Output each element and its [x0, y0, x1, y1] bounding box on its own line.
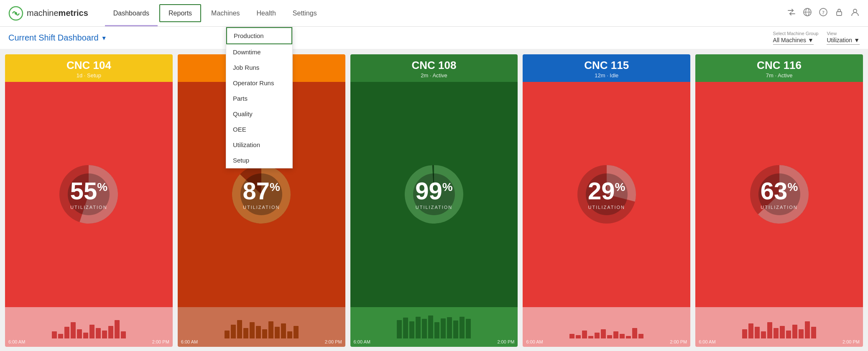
help-icon[interactable]: ?	[819, 8, 828, 19]
bar	[102, 331, 107, 338]
bar	[774, 328, 779, 338]
bar	[601, 329, 606, 338]
view-arrow: ▼	[854, 37, 860, 43]
header-right: ?	[787, 8, 860, 19]
bar	[569, 334, 574, 338]
dropdown-item-setup[interactable]: Setup	[226, 153, 292, 168]
bar	[89, 325, 94, 338]
machine-card-cnc104[interactable]: CNC 104 1d · Setup 55% UTILIZATION	[5, 54, 173, 347]
logo-text: machinemetrics	[27, 8, 88, 18]
utilization-number-cnc115: 29%	[588, 179, 625, 203]
bar	[588, 336, 593, 338]
view-select: View Utilization ▼	[827, 31, 860, 45]
bar	[275, 327, 280, 338]
machine-card-cnc116[interactable]: CNC 116 7m · Active 63% UTILIZATION	[695, 54, 863, 347]
tab-settings[interactable]: Settings	[284, 0, 325, 26]
bar	[447, 317, 452, 338]
utilization-number-cnc105: 87%	[243, 179, 280, 203]
subheader: Current Shift Dashboard ▼ Select Machine…	[0, 27, 868, 49]
bar	[397, 320, 402, 338]
bar	[64, 327, 69, 338]
utilization-overlay-cnc115: 29% UTILIZATION	[588, 179, 625, 210]
dropdown-item-downtime[interactable]: Downtime	[226, 44, 292, 60]
bar	[287, 331, 292, 338]
globe-icon[interactable]	[803, 8, 812, 19]
tab-reports[interactable]: Reports	[159, 4, 201, 22]
time-end-cnc104: 2:00 PM	[152, 339, 169, 344]
machine-name-cnc116: CNC 116	[700, 59, 859, 71]
utilization-overlay-cnc105: 87% UTILIZATION	[243, 179, 280, 210]
bar	[460, 317, 465, 338]
svg-rect-7	[837, 12, 842, 15]
dashboard-dropdown-arrow: ▼	[101, 35, 107, 41]
card-chart-cnc105	[178, 307, 345, 338]
machine-card-cnc108[interactable]: CNC 108 2m · Active 99% UTILIZATION	[350, 54, 518, 347]
bar	[403, 318, 408, 338]
dashboard-title[interactable]: Current Shift Dashboard ▼	[8, 33, 107, 43]
pie-chart-cnc108: 99% UTILIZATION	[398, 159, 470, 230]
bar	[576, 335, 581, 338]
time-start-cnc105: 6:00 AM	[181, 339, 198, 344]
machine-name-cnc108: CNC 108	[355, 59, 514, 71]
view-control[interactable]: Utilization ▼	[827, 37, 860, 45]
machine-group-control[interactable]: All Machines ▼	[773, 37, 814, 45]
machine-card-cnc115[interactable]: CNC 115 12m · Idle 29% UTILIZATION	[523, 54, 690, 347]
tab-machines[interactable]: Machines	[203, 0, 248, 26]
dropdown-item-quality[interactable]: Quality	[226, 106, 292, 122]
bar	[453, 320, 458, 338]
bar	[237, 320, 242, 338]
tab-dashboards[interactable]: Dashboards	[105, 0, 158, 26]
bar	[792, 325, 797, 338]
time-start-cnc115: 6:00 AM	[526, 339, 543, 344]
card-body-cnc104: 55% UTILIZATION	[5, 82, 173, 307]
bar	[441, 318, 446, 338]
svg-text:?: ?	[822, 10, 825, 15]
logo-area: machinemetrics	[8, 6, 88, 21]
svg-point-8	[853, 9, 857, 13]
utilization-number-cnc116: 63%	[761, 179, 798, 203]
shuffle-icon[interactable]	[787, 8, 796, 19]
bar	[632, 328, 637, 338]
card-chart-cnc104	[5, 307, 173, 338]
machine-status-cnc104: 1d · Setup	[9, 72, 168, 79]
bar	[281, 323, 286, 338]
dropdown-item-oee[interactable]: OEE	[226, 122, 292, 137]
user-icon[interactable]	[850, 8, 860, 19]
utilization-label-cnc115: UTILIZATION	[588, 205, 625, 210]
time-start-cnc104: 6:00 AM	[8, 339, 25, 344]
bar	[805, 321, 810, 338]
bar	[620, 334, 625, 338]
bar	[422, 319, 427, 338]
machine-name-cnc104: CNC 104	[9, 59, 168, 71]
dropdown-item-job-runs[interactable]: Job Runs	[226, 60, 292, 75]
bar	[52, 331, 57, 338]
lock-icon[interactable]	[835, 8, 844, 19]
bar	[434, 322, 439, 338]
utilization-overlay-cnc104: 55% UTILIZATION	[70, 179, 107, 210]
machine-status-cnc108: 2m · Active	[355, 72, 514, 79]
pie-chart-cnc104: 55% UTILIZATION	[53, 159, 124, 230]
utilization-label-cnc108: UTILIZATION	[415, 205, 452, 210]
dropdown-item-utilization[interactable]: Utilization	[226, 137, 292, 153]
bar	[582, 331, 587, 338]
machine-name-cnc115: CNC 115	[527, 59, 686, 71]
bar	[58, 334, 63, 338]
dropdown-item-operator-runs[interactable]: Operator Runs	[226, 75, 292, 91]
bar	[294, 326, 299, 338]
bar	[613, 331, 618, 338]
bar	[428, 315, 433, 338]
bar	[767, 322, 772, 338]
pie-chart-cnc115: 29% UTILIZATION	[571, 159, 642, 230]
tab-health[interactable]: Health	[248, 0, 284, 26]
card-timestamps-cnc108: 6:00 AM 2:00 PM	[350, 338, 518, 347]
card-body-cnc116: 63% UTILIZATION	[695, 82, 863, 307]
time-start-cnc116: 6:00 AM	[699, 339, 715, 344]
bar	[121, 331, 126, 338]
bar	[607, 335, 612, 338]
dropdown-item-production[interactable]: Production	[226, 27, 292, 44]
card-timestamps-cnc104: 6:00 AM 2:00 PM	[5, 338, 173, 347]
utilization-overlay-cnc108: 99% UTILIZATION	[415, 179, 452, 210]
machine-group-arrow: ▼	[808, 37, 814, 43]
dropdown-item-parts[interactable]: Parts	[226, 91, 292, 106]
bar	[626, 336, 631, 338]
